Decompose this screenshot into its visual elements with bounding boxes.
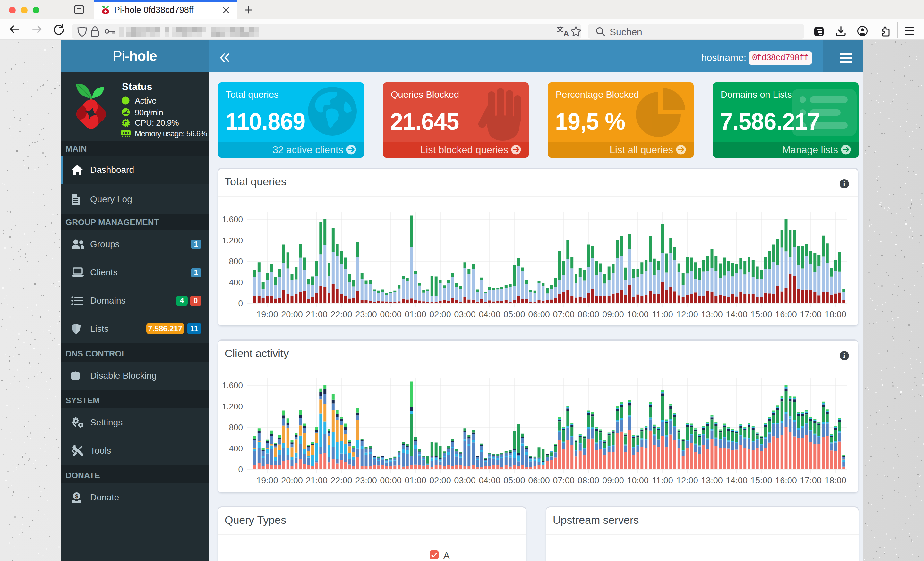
svg-text:800: 800 bbox=[229, 422, 243, 432]
svg-text:21:00: 21:00 bbox=[306, 476, 328, 485]
svg-text:06:00: 06:00 bbox=[528, 310, 550, 319]
svg-text:08:00: 08:00 bbox=[578, 476, 599, 485]
svg-text:09:00: 09:00 bbox=[602, 310, 624, 319]
svg-text:0: 0 bbox=[238, 465, 243, 474]
svg-text:05:00: 05:00 bbox=[503, 310, 525, 319]
svg-text:20:00: 20:00 bbox=[281, 476, 303, 485]
svg-text:15:00: 15:00 bbox=[750, 476, 772, 485]
svg-text:20:00: 20:00 bbox=[281, 310, 303, 319]
svg-text:11:00: 11:00 bbox=[652, 310, 673, 319]
svg-text:03:00: 03:00 bbox=[454, 476, 476, 485]
svg-text:03:00: 03:00 bbox=[454, 310, 476, 319]
svg-text:17:00: 17:00 bbox=[800, 476, 822, 485]
svg-text:01:00: 01:00 bbox=[405, 310, 426, 319]
svg-text:06:00: 06:00 bbox=[528, 476, 550, 485]
svg-text:400: 400 bbox=[229, 444, 243, 453]
svg-text:05:00: 05:00 bbox=[503, 476, 525, 485]
svg-text:19:00: 19:00 bbox=[256, 476, 278, 485]
svg-text:23:00: 23:00 bbox=[355, 476, 377, 485]
svg-text:1.600: 1.600 bbox=[222, 380, 243, 390]
svg-text:10:00: 10:00 bbox=[627, 310, 649, 319]
svg-text:14:00: 14:00 bbox=[726, 310, 747, 319]
svg-text:0: 0 bbox=[238, 298, 243, 308]
svg-text:12:00: 12:00 bbox=[676, 310, 698, 319]
svg-text:16:00: 16:00 bbox=[775, 476, 797, 485]
svg-text:19:00: 19:00 bbox=[256, 310, 278, 319]
svg-text:17:00: 17:00 bbox=[800, 310, 822, 319]
svg-text:21:00: 21:00 bbox=[306, 310, 328, 319]
svg-text:00:00: 00:00 bbox=[380, 310, 402, 319]
svg-text:04:00: 04:00 bbox=[478, 476, 501, 485]
svg-text:23:00: 23:00 bbox=[355, 310, 377, 319]
svg-text:15:00: 15:00 bbox=[750, 310, 772, 319]
svg-text:1.200: 1.200 bbox=[222, 236, 243, 245]
svg-text:10:00: 10:00 bbox=[627, 476, 649, 485]
svg-text:18:00: 18:00 bbox=[825, 476, 846, 485]
svg-text:1.200: 1.200 bbox=[222, 402, 243, 411]
svg-text:13:00: 13:00 bbox=[701, 476, 723, 485]
svg-text:11:00: 11:00 bbox=[652, 476, 673, 485]
svg-text:1.600: 1.600 bbox=[222, 214, 243, 224]
svg-text:08:00: 08:00 bbox=[578, 310, 599, 319]
svg-text:00:00: 00:00 bbox=[380, 476, 402, 485]
svg-text:800: 800 bbox=[229, 256, 243, 266]
svg-text:14:00: 14:00 bbox=[726, 476, 747, 485]
svg-text:09:00: 09:00 bbox=[602, 476, 624, 485]
svg-text:13:00: 13:00 bbox=[701, 310, 723, 319]
svg-text:22:00: 22:00 bbox=[330, 476, 352, 485]
svg-text:07:00: 07:00 bbox=[553, 476, 574, 485]
svg-text:400: 400 bbox=[229, 278, 243, 287]
svg-text:07:00: 07:00 bbox=[553, 310, 574, 319]
svg-text:22:00: 22:00 bbox=[330, 310, 352, 319]
svg-text:18:00: 18:00 bbox=[825, 310, 846, 319]
svg-text:12:00: 12:00 bbox=[676, 476, 698, 485]
svg-text:02:00: 02:00 bbox=[429, 310, 451, 319]
svg-text:16:00: 16:00 bbox=[775, 310, 797, 319]
svg-text:04:00: 04:00 bbox=[478, 310, 501, 319]
svg-text:02:00: 02:00 bbox=[429, 476, 451, 485]
svg-text:01:00: 01:00 bbox=[405, 476, 426, 485]
